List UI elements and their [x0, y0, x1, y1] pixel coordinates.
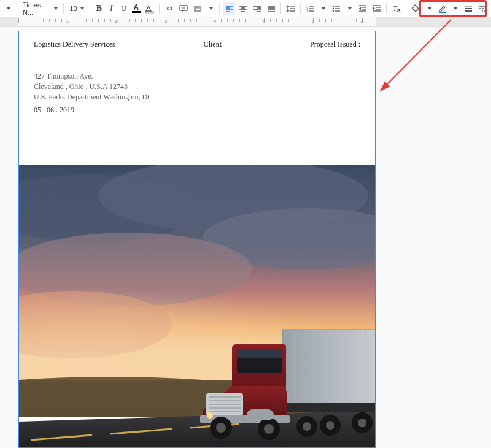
border-color-button[interactable] [436, 2, 449, 15]
separator [406, 3, 406, 14]
bulleted-list-button[interactable] [330, 2, 342, 15]
header-right: Proposal Issued : [310, 40, 360, 49]
insert-comment-button[interactable] [177, 2, 190, 15]
increase-indent-button[interactable] [370, 2, 383, 15]
numbered-list-button[interactable]: 123 [304, 2, 317, 15]
document-content[interactable]: Logistics Delivery Services Client Propo… [19, 31, 375, 141]
svg-text:T: T [393, 4, 398, 13]
align-left-button[interactable] [223, 2, 236, 15]
svg-point-95 [303, 422, 311, 431]
separator [90, 3, 90, 14]
fill-color-button[interactable] [409, 2, 422, 15]
align-justify-button[interactable] [265, 2, 277, 15]
address-line1: 427 Thompson Ave. [34, 71, 360, 82]
underline-button[interactable]: U [118, 2, 129, 15]
svg-point-91 [216, 423, 226, 433]
clear-formatting-button[interactable]: T [390, 2, 403, 15]
insert-image-button[interactable] [191, 2, 204, 15]
svg-rect-1 [180, 6, 187, 10]
svg-rect-51 [439, 12, 446, 13]
line-spacing-button[interactable] [284, 2, 297, 15]
border-color-dropdown[interactable] [449, 2, 460, 15]
separator [386, 3, 387, 14]
insert-image-dropdown[interactable] [205, 2, 216, 15]
align-right-button[interactable] [250, 2, 263, 15]
document-page[interactable]: Logistics Delivery Services Client Propo… [18, 31, 376, 448]
svg-rect-89 [286, 336, 290, 391]
svg-point-87 [207, 412, 213, 419]
header-left: Logistics Delivery Services [34, 40, 115, 49]
more-left-button[interactable] [2, 2, 14, 15]
font-family-select[interactable]: Times N... [20, 2, 61, 15]
italic-button[interactable]: I [106, 2, 117, 15]
separator [159, 3, 160, 14]
separator [280, 3, 281, 14]
numbered-list-dropdown[interactable] [317, 2, 328, 15]
svg-point-99 [358, 419, 366, 427]
document-date: 05 . 06 . 2019 [34, 106, 360, 115]
border-dash-button[interactable] [476, 2, 489, 15]
address-line2: Cleveland , Ohio , U.S.A 12743 [34, 82, 360, 92]
svg-marker-46 [373, 7, 375, 10]
bold-button[interactable]: B [93, 2, 104, 15]
separator [219, 3, 220, 14]
separator [63, 3, 64, 14]
highlight-color-button[interactable] [143, 2, 156, 15]
svg-point-97 [326, 421, 334, 430]
separator [17, 3, 17, 14]
svg-rect-100 [247, 409, 274, 420]
formatting-toolbar: Times N... 10 B I U A 1 [0, 0, 491, 17]
separator [300, 3, 301, 14]
hero-image[interactable] [19, 165, 375, 447]
font-family-label: Times N... [23, 1, 53, 16]
text-color-button[interactable]: A [130, 2, 142, 15]
text-cursor [34, 129, 34, 138]
svg-rect-76 [282, 403, 375, 412]
bulleted-list-dropdown[interactable] [344, 2, 355, 15]
svg-point-33 [333, 10, 334, 12]
horizontal-ruler[interactable]: 1234567 [0, 17, 491, 27]
svg-rect-0 [145, 12, 154, 13]
svg-point-31 [333, 6, 334, 7]
border-weight-button[interactable] [462, 2, 474, 15]
svg-rect-79 [237, 349, 282, 358]
address-block: 427 Thompson Ave. Cleveland , Ohio , U.S… [34, 71, 360, 102]
font-size-label: 10 [69, 5, 77, 12]
font-size-select[interactable]: 10 [67, 2, 87, 15]
document-canvas: Logistics Delivery Services Client Propo… [0, 27, 491, 448]
svg-point-32 [333, 8, 334, 10]
svg-point-93 [264, 424, 274, 434]
svg-point-50 [418, 10, 420, 12]
header-center: Client [204, 40, 222, 49]
document-header-row: Logistics Delivery Services Client Propo… [34, 40, 360, 49]
fill-color-dropdown[interactable] [423, 2, 435, 15]
align-center-button[interactable] [236, 2, 249, 15]
decrease-indent-button[interactable] [356, 2, 369, 15]
svg-text:3: 3 [306, 9, 308, 13]
insert-link-button[interactable] [163, 2, 176, 15]
svg-rect-70 [282, 330, 375, 404]
svg-marker-41 [359, 7, 361, 10]
address-line3: U.S. Parks Department Washington, DC [34, 92, 360, 102]
